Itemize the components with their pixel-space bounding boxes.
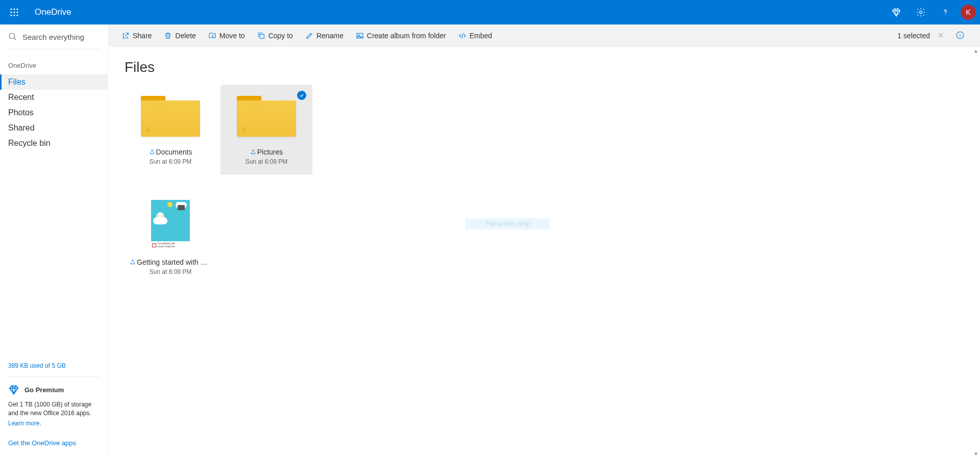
cmd-create-album-from-folder[interactable]: Create album from folder	[350, 24, 452, 47]
app-header: OneDrive K	[0, 0, 980, 24]
svg-point-16	[960, 33, 961, 34]
folder-item-count: 0	[146, 126, 150, 134]
svg-point-10	[945, 14, 946, 15]
search-box[interactable]	[0, 24, 108, 49]
shared-icon	[149, 149, 155, 155]
svg-point-9	[920, 11, 922, 14]
clear-selection-button[interactable]	[934, 29, 947, 43]
item-date: Sun at 6:09 PM	[130, 268, 211, 275]
svg-point-1	[13, 8, 15, 10]
premium-row: Go Premium	[0, 384, 108, 395]
folder-icon: 0	[237, 96, 296, 137]
divider	[8, 376, 100, 377]
folder-icon: 0	[141, 96, 200, 137]
nav-root-label: OneDrive	[0, 57, 108, 74]
get-apps-link[interactable]: Get the OneDrive apps	[0, 427, 108, 458]
shared-icon	[130, 259, 136, 265]
nav-item-recent[interactable]: Recent	[0, 90, 108, 105]
svg-point-4	[13, 11, 15, 13]
shared-icon	[250, 149, 256, 155]
info-pane-toggle[interactable]	[952, 28, 968, 44]
page-title: Files	[125, 59, 964, 75]
cmd-label: Rename	[316, 32, 344, 40]
svg-point-5	[16, 11, 18, 13]
selection-count: 1 selected	[897, 32, 930, 40]
settings-icon[interactable]	[909, 0, 933, 24]
item-name: Documents	[156, 148, 192, 156]
file-grid: 0DocumentsSun at 6:09 PM0PicturesSun at …	[125, 85, 964, 285]
main-area: ShareDeleteMove toCopy toRenameCreate al…	[108, 24, 980, 458]
file-tile-getting-started-with-on-[interactable]: Get started withrosoft OneDriveGetting s…	[125, 193, 216, 285]
content-area: Files 0DocumentsSun at 6:09 PM0PicturesS…	[108, 47, 980, 458]
file-thumbnail: Get started withrosoft OneDrive	[151, 200, 190, 249]
svg-point-11	[9, 33, 15, 39]
svg-point-6	[10, 14, 12, 16]
storage-usage-link[interactable]: 389 KB used of 5 GB	[0, 362, 108, 369]
premium-description: Get 1 TB (1000 GB) of storage and the ne…	[0, 395, 108, 420]
nav-item-photos[interactable]: Photos	[0, 105, 108, 120]
app-title: OneDrive	[35, 7, 71, 17]
nav-item-shared[interactable]: Shared	[0, 120, 108, 136]
scroll-up-icon[interactable]: ▲	[972, 47, 980, 55]
cmd-embed[interactable]: Embed	[452, 24, 498, 47]
close-icon	[937, 32, 944, 39]
selected-check-icon	[297, 91, 306, 100]
cmd-share[interactable]: Share	[115, 24, 158, 47]
svg-point-8	[16, 14, 18, 16]
cmd-label: Copy to	[268, 32, 293, 40]
account-avatar[interactable]: K	[961, 5, 976, 20]
cmd-rename[interactable]: Rename	[299, 24, 350, 47]
folder-tile-documents[interactable]: 0DocumentsSun at 6:09 PM	[125, 85, 216, 174]
scrollbar[interactable]: ▲ ▼	[972, 47, 980, 458]
left-panel: OneDrive FilesRecentPhotosSharedRecycle …	[0, 24, 108, 458]
item-date: Sun at 6:09 PM	[226, 158, 307, 165]
svg-point-7	[13, 14, 15, 16]
app-launcher-button[interactable]	[4, 2, 24, 22]
scroll-down-icon[interactable]: ▼	[972, 450, 980, 458]
cmd-copy-to[interactable]: Copy to	[251, 24, 299, 47]
premium-title: Go Premium	[24, 386, 64, 394]
help-icon[interactable]	[933, 0, 958, 24]
cmd-move-to[interactable]: Move to	[202, 24, 251, 47]
command-bar: ShareDeleteMove toCopy toRenameCreate al…	[108, 24, 980, 47]
snip-hint: Full-screen Snip	[465, 218, 550, 230]
nav-item-recycle-bin[interactable]: Recycle bin	[0, 136, 108, 151]
svg-point-2	[16, 8, 18, 10]
cmd-label: Embed	[470, 32, 492, 40]
folder-tile-pictures[interactable]: 0PicturesSun at 6:09 PM	[220, 85, 312, 174]
premium-icon[interactable]	[884, 0, 909, 24]
folder-item-count: 0	[242, 126, 246, 134]
svg-rect-12	[260, 34, 264, 38]
search-icon	[8, 32, 17, 41]
item-name: Pictures	[257, 148, 283, 156]
cmd-label: Share	[133, 32, 152, 40]
cmd-delete[interactable]: Delete	[158, 24, 202, 47]
cmd-label: Delete	[175, 32, 195, 40]
premium-learn-more-link[interactable]: Learn more.	[0, 420, 108, 427]
svg-point-3	[10, 11, 12, 13]
svg-point-0	[10, 8, 12, 10]
search-input[interactable]	[22, 33, 119, 41]
cmd-label: Move to	[219, 32, 245, 40]
divider	[8, 49, 100, 49]
item-name: Getting started with On...	[137, 258, 211, 266]
info-icon	[955, 31, 965, 40]
cmd-label: Create album from folder	[367, 32, 446, 40]
item-date: Sun at 6:09 PM	[130, 158, 211, 165]
nav-item-files[interactable]: Files	[0, 74, 108, 90]
diamond-icon	[8, 384, 19, 395]
